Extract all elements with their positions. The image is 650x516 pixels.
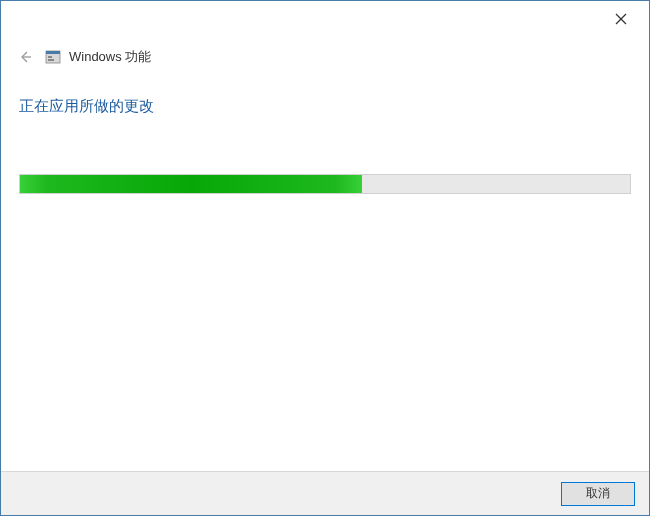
svg-rect-5 — [48, 56, 52, 58]
back-arrow-icon — [18, 50, 32, 64]
window-title: Windows 功能 — [69, 48, 151, 66]
back-button[interactable] — [15, 47, 35, 67]
progress-bar — [19, 174, 631, 194]
footer: 取消 — [1, 471, 649, 515]
titlebar — [1, 1, 649, 37]
cancel-button[interactable]: 取消 — [561, 482, 635, 506]
svg-rect-6 — [48, 59, 54, 61]
svg-rect-4 — [46, 51, 60, 54]
content-area: 正在应用所做的更改 — [1, 69, 649, 194]
close-icon — [615, 13, 627, 25]
windows-features-icon — [45, 49, 61, 65]
header: Windows 功能 — [1, 37, 649, 69]
close-button[interactable] — [607, 5, 635, 33]
progress-fill — [20, 175, 362, 193]
status-text: 正在应用所做的更改 — [19, 97, 631, 116]
